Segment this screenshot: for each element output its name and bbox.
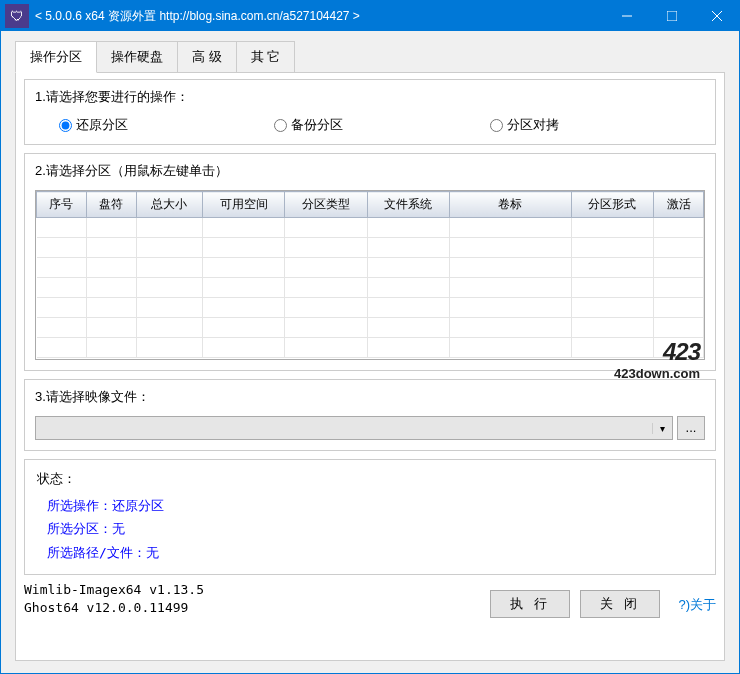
radio-copy[interactable]: 分区对拷	[490, 116, 705, 134]
radio-restore-label: 还原分区	[76, 116, 128, 134]
table-row[interactable]	[37, 298, 704, 318]
image-select-group: 3.请选择映像文件： ▾ ...	[24, 379, 716, 451]
tab-other[interactable]: 其 它	[236, 41, 296, 72]
tab-panel: 1.请选择您要进行的操作： 还原分区 备份分区 分区对拷	[15, 73, 725, 661]
version-ghost: Ghost64 v12.0.0.11499	[24, 599, 480, 617]
col-label[interactable]: 卷标	[450, 192, 572, 218]
col-active[interactable]: 激活	[654, 192, 704, 218]
partition-table: 序号 盘符 总大小 可用空间 分区类型 文件系统 卷标 分区形式 激活	[36, 191, 704, 358]
col-fs[interactable]: 文件系统	[367, 192, 449, 218]
app-icon: 🛡	[5, 4, 29, 28]
status-group: 状态： 所选操作：还原分区 所选分区：无 所选路径/文件：无	[24, 459, 716, 575]
partition-table-wrap[interactable]: 序号 盘符 总大小 可用空间 分区类型 文件系统 卷标 分区形式 激活	[35, 190, 705, 360]
table-row[interactable]	[37, 338, 704, 358]
close-app-button[interactable]: 关 闭	[580, 590, 660, 618]
radio-restore[interactable]: 还原分区	[59, 116, 274, 134]
section2-title: 2.请选择分区（用鼠标左键单击）	[35, 162, 705, 180]
minimize-button[interactable]	[604, 1, 649, 31]
about-link[interactable]: ?)关于	[678, 596, 716, 618]
col-total[interactable]: 总大小	[136, 192, 202, 218]
radio-backup-label: 备份分区	[291, 116, 343, 134]
tabbar: 操作分区 操作硬盘 高 级 其 它	[15, 41, 725, 73]
browse-button[interactable]: ...	[677, 416, 705, 440]
maximize-button[interactable]	[649, 1, 694, 31]
maximize-icon	[667, 11, 677, 21]
table-row[interactable]	[37, 258, 704, 278]
table-row[interactable]	[37, 318, 704, 338]
section3-title: 3.请选择映像文件：	[35, 388, 705, 406]
close-icon	[712, 11, 722, 21]
window-controls	[604, 1, 739, 31]
table-row[interactable]	[37, 278, 704, 298]
radio-copy-label: 分区对拷	[507, 116, 559, 134]
col-index[interactable]: 序号	[37, 192, 87, 218]
col-free[interactable]: 可用空间	[203, 192, 285, 218]
radio-backup[interactable]: 备份分区	[274, 116, 489, 134]
radio-restore-input[interactable]	[59, 119, 72, 132]
col-ptype[interactable]: 分区类型	[285, 192, 367, 218]
table-header-row: 序号 盘符 总大小 可用空间 分区类型 文件系统 卷标 分区形式 激活	[37, 192, 704, 218]
radio-backup-input[interactable]	[274, 119, 287, 132]
table-row[interactable]	[37, 218, 704, 238]
partition-select-group: 2.请选择分区（用鼠标左键单击） 序号 盘符 总大小 可用空间 分区类型 文件系…	[24, 153, 716, 371]
tab-advanced[interactable]: 高 级	[177, 41, 237, 72]
app-window: 🛡 < 5.0.0.6 x64 资源外置 http://blog.sina.co…	[0, 0, 740, 674]
execute-button[interactable]: 执 行	[490, 590, 570, 618]
svg-rect-1	[667, 11, 677, 21]
title-text: < 5.0.0.6 x64 资源外置 http://blog.sina.com.…	[33, 8, 604, 25]
chevron-down-icon[interactable]: ▾	[652, 423, 672, 434]
col-scheme[interactable]: 分区形式	[571, 192, 653, 218]
titlebar[interactable]: 🛡 < 5.0.0.6 x64 资源外置 http://blog.sina.co…	[1, 1, 739, 31]
status-partition: 所选分区：无	[47, 517, 703, 540]
status-operation: 所选操作：还原分区	[47, 494, 703, 517]
table-row[interactable]	[37, 238, 704, 258]
content-area: 操作分区 操作硬盘 高 级 其 它 1.请选择您要进行的操作： 还原分区 备份分…	[1, 31, 739, 673]
radio-row: 还原分区 备份分区 分区对拷	[35, 116, 705, 134]
radio-copy-input[interactable]	[490, 119, 503, 132]
col-drive[interactable]: 盘符	[86, 192, 136, 218]
file-select-row: ▾ ...	[35, 416, 705, 440]
footer: Wimlib-Imagex64 v1.13.5 Ghost64 v12.0.0.…	[24, 581, 716, 617]
tab-disk-ops[interactable]: 操作硬盘	[96, 41, 178, 72]
minimize-icon	[622, 11, 632, 21]
close-button[interactable]	[694, 1, 739, 31]
version-wimlib: Wimlib-Imagex64 v1.13.5	[24, 581, 480, 599]
status-title: 状态：	[37, 470, 703, 488]
image-path-combo[interactable]: ▾	[35, 416, 673, 440]
status-path: 所选路径/文件：无	[47, 541, 703, 564]
operation-select-group: 1.请选择您要进行的操作： 还原分区 备份分区 分区对拷	[24, 79, 716, 145]
tab-partition-ops[interactable]: 操作分区	[15, 41, 97, 73]
table-body	[37, 218, 704, 358]
section1-title: 1.请选择您要进行的操作：	[35, 88, 705, 106]
version-block: Wimlib-Imagex64 v1.13.5 Ghost64 v12.0.0.…	[24, 581, 480, 617]
